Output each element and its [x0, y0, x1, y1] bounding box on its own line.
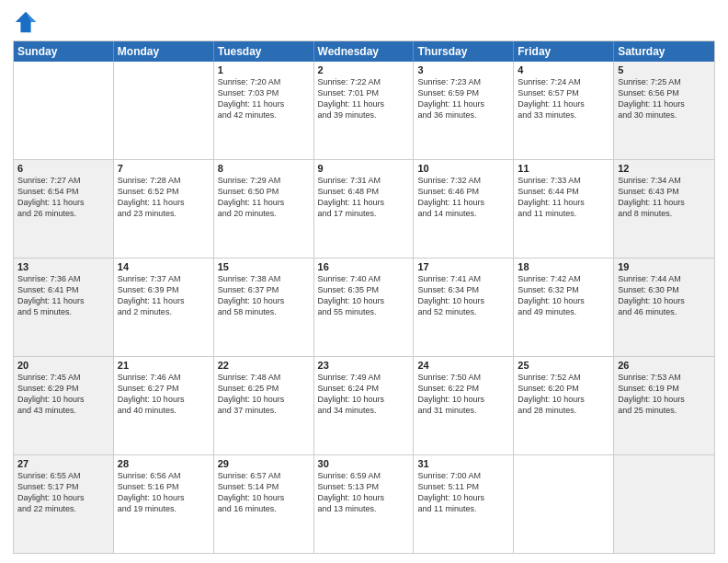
cell-info-line: Sunset: 6:30 PM: [618, 284, 711, 295]
day-number: 24: [417, 360, 509, 371]
cell-info-line: Daylight: 10 hours: [318, 394, 410, 405]
cell-info-line: and 25 minutes.: [618, 405, 711, 416]
day-number: 8: [218, 163, 310, 174]
calendar-cell: 7Sunrise: 7:28 AMSunset: 6:52 PMDaylight…: [114, 160, 214, 258]
calendar-cell: 9Sunrise: 7:31 AMSunset: 6:48 PMDaylight…: [314, 160, 415, 258]
calendar-cell: 4Sunrise: 7:24 AMSunset: 6:57 PMDaylight…: [514, 62, 614, 159]
cell-info-line: Sunset: 6:48 PM: [318, 186, 410, 197]
cell-info-line: Sunset: 6:20 PM: [518, 383, 609, 394]
cell-info-line: Sunset: 6:56 PM: [618, 87, 711, 98]
cell-info-line: Sunset: 5:17 PM: [17, 481, 109, 492]
cell-info-line: Sunset: 6:52 PM: [118, 186, 210, 197]
calendar-cell: 11Sunrise: 7:33 AMSunset: 6:44 PMDayligh…: [514, 160, 614, 258]
cell-info-line: and 43 minutes.: [17, 405, 109, 416]
cell-info-line: Sunset: 5:13 PM: [318, 481, 410, 492]
cell-info-line: Daylight: 10 hours: [17, 394, 109, 405]
cell-info-line: Sunrise: 7:22 AM: [318, 76, 410, 87]
calendar-cell: 23Sunrise: 7:49 AMSunset: 6:24 PMDayligh…: [314, 357, 415, 454]
calendar-cell: 24Sunrise: 7:50 AMSunset: 6:22 PMDayligh…: [414, 357, 514, 454]
calendar-header: SundayMondayTuesdayWednesdayThursdayFrid…: [14, 41, 714, 62]
cell-info-line: Sunset: 6:44 PM: [518, 186, 609, 197]
cell-info-line: Sunrise: 7:41 AM: [417, 273, 509, 284]
cell-info-line: and 40 minutes.: [118, 405, 210, 416]
calendar-cell: 5Sunrise: 7:25 AMSunset: 6:56 PMDaylight…: [614, 62, 714, 159]
logo: [13, 9, 42, 35]
day-number: 5: [618, 64, 711, 75]
day-number: 25: [518, 360, 609, 371]
calendar-cell: 29Sunrise: 6:57 AMSunset: 5:14 PMDayligh…: [214, 455, 314, 553]
cell-info-line: Daylight: 10 hours: [218, 394, 310, 405]
cell-info-line: Daylight: 11 hours: [518, 98, 609, 109]
cell-info-line: and 22 minutes.: [17, 503, 109, 514]
day-number: 29: [218, 458, 310, 469]
cell-info-line: and 16 minutes.: [218, 503, 310, 514]
cell-info-line: Sunset: 6:41 PM: [17, 284, 109, 295]
cell-info-line: Daylight: 10 hours: [618, 394, 711, 405]
cell-info-line: and 34 minutes.: [318, 405, 410, 416]
header-cell-tuesday: Tuesday: [214, 41, 314, 62]
calendar-cell: 22Sunrise: 7:48 AMSunset: 6:25 PMDayligh…: [214, 357, 314, 454]
cell-info-line: and 11 minutes.: [417, 503, 509, 514]
cell-info-line: Sunrise: 7:52 AM: [518, 372, 609, 383]
header-cell-wednesday: Wednesday: [314, 41, 415, 62]
cell-info-line: Daylight: 11 hours: [417, 98, 509, 109]
day-number: 13: [17, 261, 109, 272]
calendar-cell: 27Sunrise: 6:55 AMSunset: 5:17 PMDayligh…: [14, 455, 114, 553]
day-number: 18: [518, 261, 609, 272]
cell-info-line: Sunset: 5:16 PM: [118, 481, 210, 492]
cell-info-line: and 20 minutes.: [218, 208, 310, 219]
cell-info-line: Daylight: 10 hours: [618, 295, 711, 306]
cell-info-line: Daylight: 10 hours: [218, 295, 310, 306]
cell-info-line: and 28 minutes.: [518, 405, 609, 416]
calendar-cell: 30Sunrise: 6:59 AMSunset: 5:13 PMDayligh…: [314, 455, 415, 553]
day-number: 7: [118, 163, 210, 174]
calendar-row: 6Sunrise: 7:27 AMSunset: 6:54 PMDaylight…: [14, 160, 714, 259]
cell-info-line: and 37 minutes.: [218, 405, 310, 416]
cell-info-line: and 55 minutes.: [318, 306, 410, 317]
calendar-cell: 2Sunrise: 7:22 AMSunset: 7:01 PMDaylight…: [314, 62, 415, 159]
cell-info-line: Sunset: 7:01 PM: [318, 87, 410, 98]
cell-info-line: and 58 minutes.: [218, 306, 310, 317]
day-number: 28: [118, 458, 210, 469]
calendar-cell: 31Sunrise: 7:00 AMSunset: 5:11 PMDayligh…: [414, 455, 514, 553]
header-cell-sunday: Sunday: [14, 41, 114, 62]
calendar-cell: 26Sunrise: 7:53 AMSunset: 6:19 PMDayligh…: [614, 357, 714, 454]
cell-info-line: Sunrise: 7:40 AM: [318, 273, 410, 284]
calendar-cell: 17Sunrise: 7:41 AMSunset: 6:34 PMDayligh…: [414, 259, 514, 356]
cell-info-line: Sunset: 6:25 PM: [218, 383, 310, 394]
cell-info-line: and 46 minutes.: [618, 306, 711, 317]
day-number: 2: [318, 64, 410, 75]
cell-info-line: Sunrise: 7:42 AM: [518, 273, 609, 284]
calendar-cell: [514, 455, 614, 553]
calendar-row: 20Sunrise: 7:45 AMSunset: 6:29 PMDayligh…: [14, 357, 714, 455]
calendar-body: 1Sunrise: 7:20 AMSunset: 7:03 PMDaylight…: [14, 62, 714, 553]
header: [13, 9, 715, 35]
header-cell-saturday: Saturday: [614, 41, 714, 62]
day-number: 30: [318, 458, 410, 469]
cell-info-line: Daylight: 11 hours: [318, 197, 410, 208]
calendar-cell: 15Sunrise: 7:38 AMSunset: 6:37 PMDayligh…: [214, 259, 314, 356]
cell-info-line: Daylight: 10 hours: [118, 394, 210, 405]
cell-info-line: Daylight: 10 hours: [417, 394, 509, 405]
cell-info-line: Daylight: 11 hours: [218, 98, 310, 109]
calendar-cell: 6Sunrise: 7:27 AMSunset: 6:54 PMDaylight…: [14, 160, 114, 258]
calendar-cell: [614, 455, 714, 553]
header-cell-friday: Friday: [514, 41, 614, 62]
calendar-cell: 3Sunrise: 7:23 AMSunset: 6:59 PMDaylight…: [414, 62, 514, 159]
cell-info-line: Sunset: 6:59 PM: [417, 87, 509, 98]
calendar-cell: 21Sunrise: 7:46 AMSunset: 6:27 PMDayligh…: [114, 357, 214, 454]
calendar: SundayMondayTuesdayWednesdayThursdayFrid…: [13, 40, 715, 554]
cell-info-line: Daylight: 11 hours: [17, 295, 109, 306]
cell-info-line: and 13 minutes.: [318, 503, 410, 514]
cell-info-line: Sunrise: 7:27 AM: [17, 175, 109, 186]
cell-info-line: Sunrise: 7:31 AM: [318, 175, 410, 186]
cell-info-line: Sunset: 5:14 PM: [218, 481, 310, 492]
cell-info-line: Sunset: 5:11 PM: [417, 481, 509, 492]
cell-info-line: Sunset: 6:46 PM: [417, 186, 509, 197]
cell-info-line: Sunrise: 7:44 AM: [618, 273, 711, 284]
day-number: 15: [218, 261, 310, 272]
day-number: 1: [218, 64, 310, 75]
cell-info-line: Sunset: 6:39 PM: [118, 284, 210, 295]
cell-info-line: Sunrise: 7:28 AM: [118, 175, 210, 186]
cell-info-line: Sunrise: 7:45 AM: [17, 372, 109, 383]
